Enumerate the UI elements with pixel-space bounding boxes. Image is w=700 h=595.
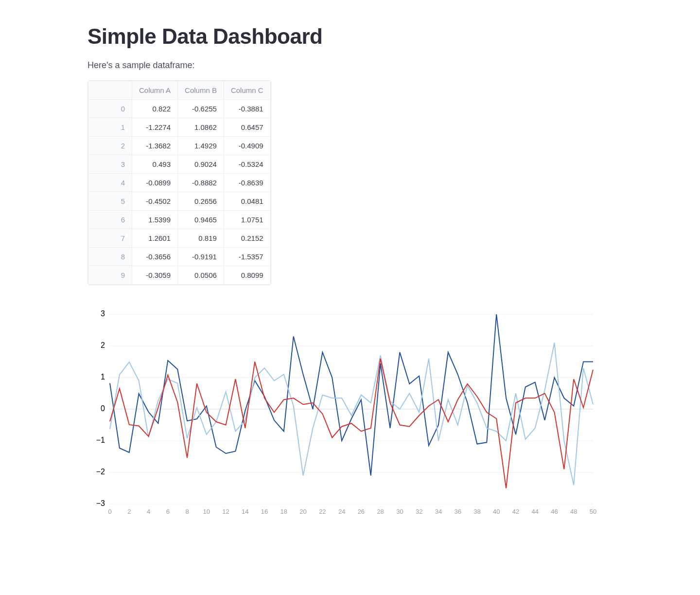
- series-line: [110, 314, 593, 476]
- y-tick-label: 1: [101, 373, 105, 381]
- y-tick-label: −2: [96, 468, 105, 476]
- x-tick-label: 30: [396, 508, 403, 515]
- cell: 0.493: [132, 155, 178, 174]
- y-tick-label: 0: [101, 404, 105, 413]
- x-tick-label: 26: [358, 508, 365, 515]
- cell: 1.5399: [132, 211, 178, 229]
- series-line: [110, 343, 593, 486]
- row-index: 0: [88, 100, 132, 118]
- cell: -0.5324: [224, 155, 270, 174]
- column-header[interactable]: Column B: [178, 81, 224, 100]
- table-row[interactable]: 8-0.3656-0.9191-1.5357: [88, 248, 271, 266]
- table-row[interactable]: 2-1.36821.4929-0.4909: [88, 137, 271, 155]
- row-index: 2: [88, 137, 132, 155]
- x-tick-label: 14: [242, 508, 248, 515]
- cell: -0.4909: [224, 137, 270, 155]
- x-tick-label: 38: [473, 508, 480, 515]
- x-tick-label: 8: [185, 508, 189, 515]
- cell: 0.8099: [224, 266, 270, 285]
- cell: -0.3059: [132, 266, 178, 285]
- y-tick-label: 2: [101, 341, 105, 349]
- series-line: [110, 359, 593, 488]
- column-header[interactable]: Column A: [132, 81, 178, 100]
- y-tick-label: −3: [96, 499, 105, 507]
- x-tick-label: 28: [377, 508, 384, 515]
- x-tick-label: 2: [127, 508, 131, 515]
- cell: 0.9024: [178, 155, 224, 174]
- x-tick-label: 6: [166, 508, 170, 515]
- cell: -1.5357: [224, 248, 270, 266]
- cell: 1.0862: [178, 118, 224, 137]
- x-tick-label: 36: [454, 508, 461, 515]
- cell: 0.2152: [224, 229, 270, 248]
- cell: 0.9465: [178, 211, 224, 229]
- x-tick-label: 0: [108, 508, 111, 515]
- cell: 1.0751: [224, 211, 270, 229]
- table-row[interactable]: 71.26010.8190.2152: [88, 229, 271, 248]
- dataframe-caption: Here's a sample dataframe:: [88, 60, 612, 71]
- x-tick-label: 40: [493, 508, 500, 515]
- x-tick-label: 42: [512, 508, 519, 515]
- column-header[interactable]: Column C: [224, 81, 270, 100]
- row-index: 8: [88, 248, 132, 266]
- x-tick-label: 10: [203, 508, 210, 515]
- cell: -0.4502: [132, 192, 178, 211]
- x-tick-label: 32: [416, 508, 422, 515]
- dataframe-table[interactable]: Column AColumn BColumn C 00.822-0.6255-0…: [88, 80, 271, 285]
- cell: -0.3656: [132, 248, 178, 266]
- cell: 0.0481: [224, 192, 270, 211]
- table-row[interactable]: 00.822-0.6255-0.3881: [88, 100, 271, 118]
- x-tick-label: 44: [531, 508, 538, 515]
- x-axis: 0246810121416182022242628303234363840424…: [108, 508, 596, 515]
- x-tick-label: 24: [338, 508, 345, 515]
- row-index: 1: [88, 118, 132, 137]
- x-tick-label: 50: [590, 508, 596, 515]
- cell: 0.2656: [178, 192, 224, 211]
- cell: 0.819: [178, 229, 224, 248]
- x-tick-label: 34: [435, 508, 442, 515]
- table-row[interactable]: 9-0.30590.05060.8099: [88, 266, 271, 285]
- cell: 0.0506: [178, 266, 224, 285]
- page-title: Simple Data Dashboard: [88, 24, 612, 49]
- cell: -0.0899: [132, 174, 178, 192]
- line-chart[interactable]: −3−2−10123024681012141618202224262830323…: [88, 309, 598, 519]
- x-tick-label: 48: [570, 508, 577, 515]
- x-tick-label: 18: [280, 508, 287, 515]
- cell: 1.4929: [178, 137, 224, 155]
- row-index: 6: [88, 211, 132, 229]
- table-row[interactable]: 61.53990.94651.0751: [88, 211, 271, 229]
- cell: -0.8882: [178, 174, 224, 192]
- row-index: 3: [88, 155, 132, 174]
- table-row[interactable]: 1-1.22741.08620.6457: [88, 118, 271, 137]
- table-row[interactable]: 4-0.0899-0.8882-0.8639: [88, 174, 271, 192]
- cell: -0.9191: [178, 248, 224, 266]
- x-tick-label: 12: [222, 508, 229, 515]
- x-tick-label: 46: [551, 508, 558, 515]
- y-tick-label: 3: [101, 309, 105, 318]
- row-index: 5: [88, 192, 132, 211]
- index-header: [88, 81, 132, 100]
- cell: 0.6457: [224, 118, 270, 137]
- x-tick-label: 20: [299, 508, 306, 515]
- cell: 1.2601: [132, 229, 178, 248]
- row-index: 7: [88, 229, 132, 248]
- cell: -0.6255: [178, 100, 224, 118]
- cell: 0.822: [132, 100, 178, 118]
- row-index: 9: [88, 266, 132, 285]
- row-index: 4: [88, 174, 132, 192]
- table-row[interactable]: 30.4930.9024-0.5324: [88, 155, 271, 174]
- cell: -1.2274: [132, 118, 178, 137]
- cell: -0.3881: [224, 100, 270, 118]
- x-tick-label: 4: [147, 508, 150, 515]
- y-tick-label: −1: [96, 436, 105, 444]
- table-row[interactable]: 5-0.45020.26560.0481: [88, 192, 271, 211]
- cell: -0.8639: [224, 174, 270, 192]
- cell: -1.3682: [132, 137, 178, 155]
- x-tick-label: 16: [261, 508, 268, 515]
- x-tick-label: 22: [319, 508, 326, 515]
